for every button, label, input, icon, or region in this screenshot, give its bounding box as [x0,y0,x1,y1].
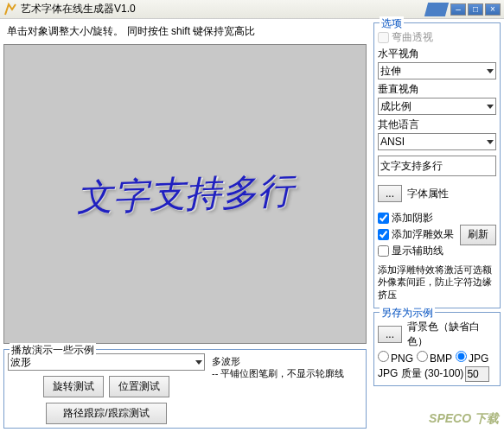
vview-label: 垂直视角 [378,82,496,97]
close-button[interactable]: × [485,3,501,16]
lang-label: 其他语言 [378,118,496,132]
window-title: 艺术字体在线生成器V1.0 [21,2,426,16]
position-test-button[interactable]: 位置测试 [109,376,169,397]
font-label: 字体属性 [407,187,449,201]
aux-label: 显示辅助线 [392,244,443,258]
refresh-button[interactable]: 刷新 [460,225,496,245]
chevron-down-icon [195,360,202,365]
preview-canvas[interactable]: 文字支持多行 [3,44,367,344]
chevron-down-icon [487,140,494,144]
maximize-button[interactable]: □ [468,3,483,16]
hint-text: 单击对象调整大小/旋转。 同时按住 shift 键保持宽高比 [3,22,367,41]
quality-label: JPG 质量 (30-100) [378,366,463,381]
flag-decoration [424,3,449,16]
options-note: 添加浮雕特效将激活可选额外像素间距，防止字符边缘挤压 [378,264,496,301]
text-input[interactable] [378,156,496,176]
emboss-label: 添加浮雕效果 [392,227,454,242]
bgcolor-ellipsis-button[interactable]: ... [378,326,402,343]
bmp-radio-label[interactable]: BMP [417,351,452,365]
png-radio-label[interactable]: PNG [378,351,413,365]
options-legend: 选项 [380,16,404,31]
hview-label: 水平视角 [378,47,496,61]
minimize-button[interactable]: – [450,3,466,16]
bend-checkbox [378,32,389,43]
shadow-label: 添加阴影 [392,211,433,226]
canvas-text[interactable]: 文字支持多行 [75,166,295,222]
path-track-button[interactable]: 路径跟踪/跟踪测试 [46,403,167,424]
demo-legend: 播放演示一些示例 [10,343,96,358]
png-radio[interactable] [378,351,389,362]
hview-combo[interactable]: 拉伸 [378,62,496,79]
quality-input[interactable] [465,366,489,382]
jpg-radio[interactable] [456,351,467,362]
shadow-checkbox[interactable] [378,213,389,224]
rotate-test-button[interactable]: 旋转测试 [43,376,104,397]
jpg-radio-label[interactable]: JPG [456,351,488,365]
bend-label: 弯曲透视 [392,30,433,45]
font-ellipsis-button[interactable]: ... [378,185,402,202]
bgcolor-label: 背景色（缺省白色） [407,320,496,349]
vview-combo[interactable]: 成比例 [378,98,496,115]
app-icon [3,3,17,16]
save-legend: 另存为示例 [380,306,435,321]
aux-checkbox[interactable] [378,245,389,257]
bmp-radio[interactable] [417,351,428,362]
lang-combo[interactable]: ANSI [378,133,496,150]
chevron-down-icon [487,69,494,73]
demo-description: 多波形 -- 平铺位图笔刷，不显示轮廓线 [210,353,362,424]
chevron-down-icon [487,105,494,109]
emboss-checkbox[interactable] [378,229,389,240]
